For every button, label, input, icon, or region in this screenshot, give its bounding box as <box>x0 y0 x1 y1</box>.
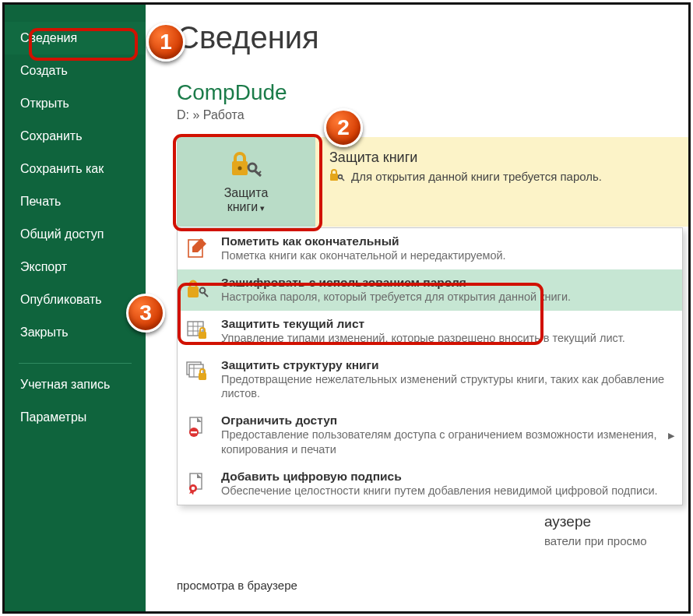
annotation-marker-1: 1 <box>146 23 185 62</box>
menu-item-mark-final[interactable]: Пометить как окончательный Пометка книги… <box>178 228 682 269</box>
sidebar-item-save[interactable]: Сохранить <box>5 120 146 153</box>
menu-item-digital-signature[interactable]: Добавить цифровую подпись Обеспечение це… <box>178 463 682 505</box>
sidebar-label: Печать <box>20 195 61 208</box>
sidebar-item-info[interactable]: Сведения <box>5 22 146 55</box>
sidebar-label: Общий доступ <box>20 227 104 241</box>
bg-text-line: ватели при просмо <box>544 533 647 550</box>
document-name: CompDude <box>146 55 688 105</box>
sidebar-item-print[interactable]: Печать <box>5 185 146 218</box>
svg-rect-6 <box>188 287 199 297</box>
submenu-arrow-icon: ▶ <box>668 431 674 441</box>
svg-rect-3 <box>330 174 338 181</box>
content-area: Сведения CompDude D: » Работа Защита кни… <box>146 5 688 611</box>
protect-btn-label-1: Защита <box>224 186 269 200</box>
document-restrict-icon <box>185 414 212 457</box>
pen-document-icon <box>185 234 212 263</box>
sheet-lock-icon <box>185 317 212 346</box>
menu-item-protect-structure[interactable]: Защитить структуру книги Предотвращение … <box>178 352 682 408</box>
menu-desc: Предоставление пользователям доступа с о… <box>221 428 671 457</box>
sidebar-item-options[interactable]: Параметры <box>5 401 146 434</box>
menu-desc: Управление типами изменений, которые раз… <box>221 331 625 346</box>
sidebar-item-share[interactable]: Общий доступ <box>5 218 146 251</box>
svg-point-4 <box>339 175 343 179</box>
svg-rect-9 <box>199 332 206 339</box>
sidebar-item-publish[interactable]: Опубликовать <box>5 283 146 316</box>
sidebar-label: Параметры <box>20 410 86 424</box>
sidebar-item-saveas[interactable]: Сохранить как <box>5 153 146 185</box>
svg-point-18 <box>192 487 195 491</box>
sidebar-label: Учетная запись <box>20 378 110 391</box>
menu-desc: Предотвращение нежелательных изменений с… <box>221 372 671 402</box>
lock-key-icon <box>185 276 212 304</box>
menu-item-protect-sheet[interactable]: Защитить текущий лист Управление типами … <box>178 311 682 352</box>
sidebar-separator <box>19 363 132 364</box>
protect-workbook-button[interactable]: Защита книги▾ <box>177 137 315 227</box>
menu-desc: Пометка книги как окончательной и нереда… <box>221 248 506 263</box>
backstage-sidebar: Сведения Создать Открыть Сохранить Сохра… <box>5 5 146 611</box>
annotation-marker-2: 2 <box>324 108 363 147</box>
menu-title: Добавить цифровую подпись <box>221 470 658 484</box>
bg-heading-fragment: аузере <box>544 511 591 533</box>
sidebar-label: Сведения <box>20 31 77 44</box>
menu-desc: Настройка пароля, который требуется для … <box>221 290 571 304</box>
svg-rect-15 <box>191 431 197 433</box>
menu-title: Защитить текущий лист <box>221 317 625 331</box>
document-ribbon-icon <box>185 470 212 498</box>
dropdown-caret-icon: ▾ <box>258 203 265 213</box>
menu-title: Пометить как окончательный <box>221 234 506 248</box>
workbook-lock-icon <box>185 358 212 402</box>
sidebar-label: Создать <box>20 64 68 77</box>
protect-desc-text: Для открытия данной книги требуется паро… <box>351 170 602 183</box>
annotation-marker-3: 3 <box>126 294 165 333</box>
lock-key-small-icon <box>329 169 345 184</box>
svg-point-1 <box>238 166 242 170</box>
menu-title: Зашифровать с использованием пароля <box>221 276 571 290</box>
menu-title: Защитить структуру книги <box>221 358 671 372</box>
sidebar-item-close[interactable]: Закрыть <box>5 316 146 349</box>
protect-title: Защита книги <box>329 150 677 166</box>
protect-workbook-dropdown: Пометить как окончательный Пометка книги… <box>177 227 683 505</box>
sidebar-label: Сохранить как <box>20 162 104 175</box>
sidebar-item-account[interactable]: Учетная запись <box>5 368 146 401</box>
sidebar-item-open[interactable]: Открыть <box>5 87 146 120</box>
sidebar-label: Закрыть <box>20 326 69 339</box>
sidebar-label: Опубликовать <box>20 293 102 306</box>
sidebar-label: Сохранить <box>20 129 83 143</box>
svg-point-7 <box>200 287 206 293</box>
menu-item-encrypt-password[interactable]: Зашифровать с использованием пароля Наст… <box>178 269 682 311</box>
sidebar-item-export[interactable]: Экспорт <box>5 251 146 283</box>
sidebar-label: Открыть <box>20 97 69 110</box>
sidebar-item-new[interactable]: Создать <box>5 55 146 87</box>
protect-btn-label-2: книги <box>227 200 259 213</box>
page-title: Сведения <box>146 5 688 55</box>
sidebar-label: Экспорт <box>20 260 67 273</box>
menu-title: Ограничить доступ <box>221 414 671 428</box>
menu-item-restrict-access[interactable]: Ограничить доступ Предоставление пользов… <box>178 407 682 463</box>
document-path: D: » Работа <box>146 105 688 122</box>
protect-description-panel: Защита книги Для открытия данной книги т… <box>315 137 688 227</box>
svg-rect-12 <box>199 373 206 380</box>
menu-desc: Обеспечение целостности книги путем доба… <box>221 484 658 498</box>
lock-key-icon <box>229 150 263 180</box>
bg-bottom-text: просмотра в браузере <box>177 577 297 594</box>
